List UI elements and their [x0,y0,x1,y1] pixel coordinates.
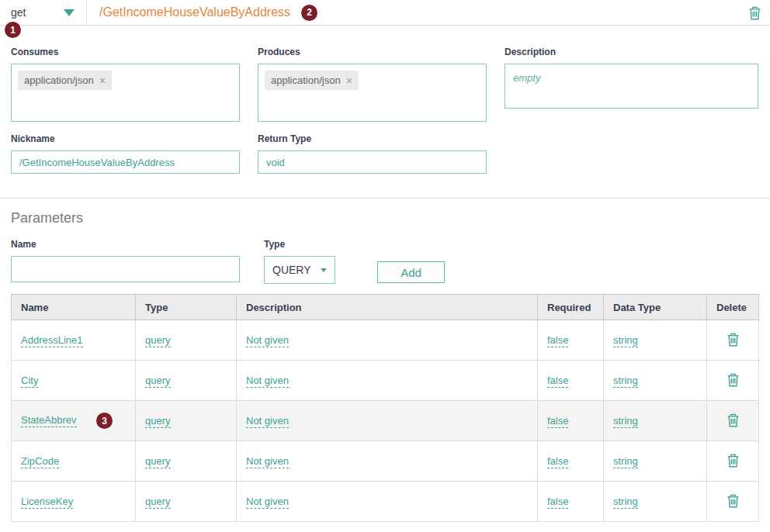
col-header-required: Required [538,295,604,320]
delete-parameter-button[interactable] [727,453,740,468]
description-empty-value: empty [513,72,540,84]
nickname-label: Nickname [11,133,240,144]
trash-icon [727,453,740,468]
delete-parameter-button[interactable] [727,413,740,427]
return-type-label: Return Type [258,133,487,144]
param-name-field: Name [11,239,240,282]
method-label: get [11,6,26,19]
tag-label: application/json [24,74,94,86]
param-required-link[interactable]: false [547,455,568,468]
param-required-link[interactable]: false [547,496,568,509]
close-icon[interactable]: × [346,75,352,86]
col-header-data-type: Data Type [604,295,707,320]
param-type-link[interactable]: query [145,334,171,347]
param-data-type-link[interactable]: string [613,334,638,347]
param-description-link[interactable]: Not given [246,415,289,428]
annotation-badge-3: 3 [96,413,113,429]
description-field: Description empty [505,47,758,109]
trash-icon [727,413,740,427]
section-divider [0,198,770,199]
chevron-down-icon [64,9,75,16]
param-description-link[interactable]: Not given [246,375,289,388]
param-data-type-link[interactable]: string [613,455,638,468]
add-parameter-button[interactable]: Add [377,261,445,283]
annotation-badge-2: 2 [301,5,317,21]
param-data-type-link[interactable]: string [613,375,638,388]
table-row: City query Not given false string [12,361,759,401]
description-box[interactable]: empty [505,64,758,109]
trash-icon [748,5,761,20]
delete-parameter-button[interactable] [727,493,740,508]
col-header-name: Name [12,295,136,320]
chevron-down-icon [321,268,327,272]
delete-endpoint-button[interactable] [748,5,761,20]
consumes-field: Consumes application/json × [11,47,240,122]
trash-icon [727,332,740,347]
param-required-link[interactable]: false [547,415,568,428]
parameters-heading: Parameters [11,210,83,226]
table-row: AddressLine1 query Not given false strin… [12,320,759,361]
param-type-select[interactable]: QUERY [264,256,335,284]
produces-label: Produces [258,47,487,57]
description-label: Description [505,47,758,57]
delete-parameter-button[interactable] [727,332,740,347]
close-icon[interactable]: × [99,75,106,86]
api-method-editor: get /GetIncomeHouseValueByAddress 2 1 Co… [0,0,770,532]
param-name-input[interactable] [11,256,240,282]
table-row: LicenseKey query Not given false string [12,482,759,522]
param-type-link[interactable]: query [145,496,171,509]
consumes-box[interactable]: application/json × [11,64,240,122]
col-header-description: Description [237,295,538,320]
endpoint-path[interactable]: /GetIncomeHouseValueByAddress [99,5,290,19]
return-type-input[interactable] [258,150,487,174]
param-type-label: Type [264,239,335,250]
parameters-table: Name Type Description Required Data Type… [11,294,759,522]
param-description-link[interactable]: Not given [246,455,289,468]
nickname-field: Nickname [11,133,240,174]
table-header-row: Name Type Description Required Data Type… [12,295,759,320]
param-type-value: QUERY [272,264,311,276]
param-required-link[interactable]: false [547,334,568,347]
param-type-field: Type QUERY [264,239,335,284]
endpoint-header: get /GetIncomeHouseValueByAddress 2 [0,0,770,26]
col-header-delete: Delete [707,295,759,320]
tag-label: application/json [271,74,341,86]
annotation-badge-1: 1 [5,22,21,38]
param-name-label: Name [11,239,240,250]
param-name-link[interactable]: LicenseKey [21,496,73,509]
param-name-link[interactable]: ZipCode [21,455,59,468]
return-type-field: Return Type [258,133,487,174]
param-description-link[interactable]: Not given [246,334,289,347]
produces-tag: application/json × [265,71,359,90]
param-type-link[interactable]: query [145,455,171,468]
trash-icon [727,493,740,508]
nickname-input[interactable] [11,150,240,174]
table-row: ZipCode query Not given false string [12,441,759,482]
consumes-tag: application/json × [18,71,112,90]
endpoint-path-wrap: /GetIncomeHouseValueByAddress 2 [99,0,317,25]
table-row: StateAbbrev 3 query Not given false stri… [12,401,759,441]
param-name-link[interactable]: AddressLine1 [21,334,83,347]
param-type-link[interactable]: query [145,415,171,428]
consumes-label: Consumes [11,47,240,57]
param-required-link[interactable]: false [547,375,568,388]
produces-box[interactable]: application/json × [258,64,487,122]
param-type-link[interactable]: query [145,375,171,388]
param-description-link[interactable]: Not given [246,496,289,509]
param-data-type-link[interactable]: string [613,496,638,509]
col-header-type: Type [136,295,237,320]
produces-field: Produces application/json × [258,47,487,122]
trash-icon [727,372,740,387]
param-name-link[interactable]: City [21,375,38,388]
param-data-type-link[interactable]: string [613,415,638,428]
delete-parameter-button[interactable] [727,372,740,387]
param-name-link[interactable]: StateAbbrev [21,414,77,427]
